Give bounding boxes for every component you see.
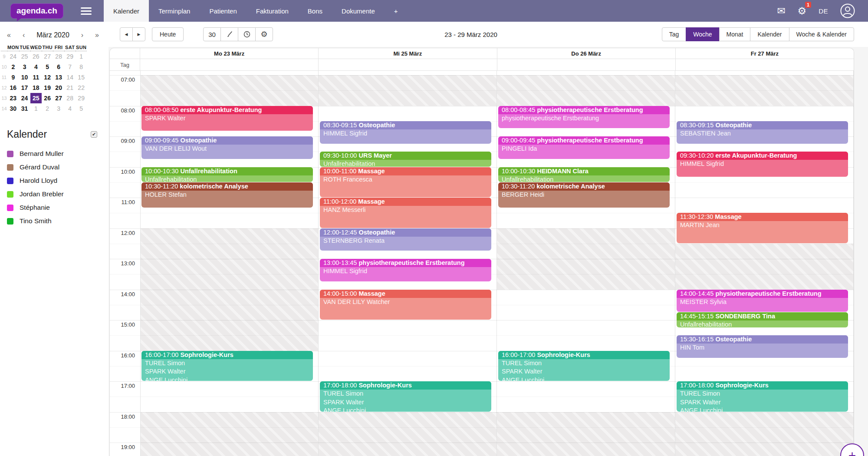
mini-cal-day[interactable]: 2 — [7, 62, 19, 72]
mini-cal-day[interactable]: 18 — [30, 83, 42, 93]
calendar-event[interactable]: 09:30-10:20 erste Akupunktur-BeratungHIM… — [677, 152, 848, 177]
previous-week-button[interactable]: ◀ — [120, 27, 133, 41]
hamburger-menu-icon[interactable] — [81, 6, 92, 17]
calendar-event[interactable]: 14:45-15:15 SONDENBERG TinaUnfallrehabil… — [677, 312, 848, 327]
mini-cal-day[interactable]: 28 — [53, 51, 64, 62]
calendar-event[interactable]: 12:00-12:45 OsteopathieSTERNBERG Renata — [320, 228, 491, 251]
mini-cal-day[interactable]: 23 — [7, 93, 19, 103]
mini-cal-dow-fri[interactable]: FRI — [53, 43, 64, 51]
column-header-fr-27-märz[interactable]: Fr 27 März — [676, 48, 854, 59]
mini-cal-day[interactable]: 13 — [53, 72, 64, 83]
mini-cal-day[interactable]: 19 — [42, 83, 53, 93]
calendar-event[interactable]: 10:00-10:30 HEIDMANN ClaraUnfallrehabili… — [498, 167, 670, 182]
tab-bons[interactable]: Bons — [298, 0, 332, 22]
mini-cal-day[interactable]: 6 — [53, 62, 64, 72]
mini-cal-next-button[interactable]: › — [81, 31, 83, 39]
mini-cal-day[interactable]: 21 — [64, 83, 76, 93]
view-button-woche-kalender[interactable]: Woche & Kalender — [789, 27, 854, 41]
mini-cal-dow-thu[interactable]: THU — [42, 43, 53, 51]
calendar-event[interactable]: 08:30-09:15 OsteopathieSEBASTIEN Jean — [677, 121, 848, 144]
mini-cal-day[interactable]: 12 — [42, 72, 53, 83]
mini-cal-day[interactable]: 29 — [76, 93, 87, 103]
calendar-legend-item-harold-lloyd[interactable]: Harold Lloyd — [7, 174, 108, 188]
calendar-event[interactable]: 17:00-18:00 Sophrologie-KursTUREL SimonS… — [320, 381, 491, 412]
calendar-event[interactable]: 14:00-15:00 MassageVAN DER LILY Watcher — [320, 290, 491, 320]
mini-cal-day[interactable]: 1 — [76, 51, 87, 62]
mini-cal-day[interactable]: 26 — [30, 51, 42, 62]
calendar-event[interactable]: 16:00-17:00 Sophrologie-KursTUREL SimonS… — [498, 351, 670, 381]
column-header-mo-23-märz[interactable]: Mo 23 März — [140, 48, 319, 59]
mini-cal-day[interactable]: 8 — [76, 62, 87, 72]
mini-cal-day[interactable]: 9 — [7, 72, 19, 83]
mini-cal-day[interactable]: 14 — [64, 72, 76, 83]
view-button-monat[interactable]: Monat — [719, 27, 751, 41]
mini-cal-dow-sat[interactable]: SAT — [64, 43, 76, 51]
day-column-do-26-märz[interactable] — [497, 71, 675, 456]
tab-fakturation[interactable]: Fakturation — [247, 0, 298, 22]
mini-cal-day[interactable]: 2 — [42, 103, 53, 114]
tab-terminplan[interactable]: Terminplan — [149, 0, 200, 22]
calendar-event[interactable]: 14:00-14:45 physiotherapeutische Erstber… — [677, 290, 848, 312]
today-button[interactable]: Heute — [152, 27, 184, 41]
calendar-list-checkbox[interactable]: ✔ — [91, 131, 97, 138]
settings-gear-icon[interactable]: ⚙1 — [798, 5, 807, 17]
calendar-event[interactable]: 08:00-08:50 erste Akupunktur-BeratungSPA… — [141, 106, 313, 131]
tab-plus[interactable]: + — [385, 0, 408, 22]
calendar-event[interactable]: 16:00-17:00 Sophrologie-KursTUREL SimonS… — [141, 351, 313, 381]
mini-cal-day[interactable]: 27 — [42, 51, 53, 62]
mini-cal-day[interactable]: 26 — [42, 93, 53, 103]
mini-cal-prev-button[interactable]: ‹ — [23, 31, 25, 39]
calendar-event[interactable]: 09:30-10:00 URS MayerUnfallrehabilitatio… — [320, 152, 491, 166]
language-selector[interactable]: DE — [819, 7, 828, 15]
calendar-legend-item-gérard-duval[interactable]: Gérard Duval — [7, 161, 108, 174]
mini-cal-day[interactable]: 20 — [53, 83, 64, 93]
mini-cal-day[interactable]: 16 — [7, 83, 19, 93]
mini-cal-day[interactable]: 22 — [76, 83, 87, 93]
all-day-cell[interactable] — [497, 59, 676, 70]
tab-patienten[interactable]: Patienten — [200, 0, 246, 22]
mini-cal-day[interactable]: 25 — [19, 51, 30, 62]
user-avatar-icon[interactable] — [840, 3, 855, 18]
column-header-do-26-märz[interactable]: Do 26 März — [497, 48, 676, 59]
calendar-event[interactable]: 08:30-09:15 OsteopathieHIMMEL Sigfrid — [320, 121, 491, 144]
mini-cal-dow-wed[interactable]: WED — [30, 43, 42, 51]
mini-cal-day[interactable]: 15 — [76, 72, 87, 83]
mini-cal-day-selected[interactable]: 25 — [30, 93, 42, 103]
mini-cal-day[interactable]: 24 — [7, 51, 19, 62]
view-button-tag[interactable]: Tag — [662, 27, 687, 41]
mini-cal-dow-tue[interactable]: TUE — [19, 43, 30, 51]
settings-tool-button[interactable]: ⚙ — [255, 27, 273, 41]
calendar-legend-item-tino-smith[interactable]: Tino Smith — [7, 215, 108, 228]
calendar-event[interactable]: 10:00-10:30 UnfallrehabilitationUnfallre… — [141, 167, 313, 182]
calendar-event[interactable]: 10:00-11:00 MassageROTH Francesca — [320, 167, 491, 198]
view-button-kalender[interactable]: Kalender — [750, 27, 789, 41]
mini-cal-day[interactable]: 30 — [7, 103, 19, 114]
column-header-mi-25-märz[interactable]: Mi 25 März — [319, 48, 497, 59]
mini-cal-dow-sun[interactable]: SUN — [76, 43, 87, 51]
calendar-event[interactable]: 11:30-12:30 MassageMARTIN Jean — [677, 213, 848, 243]
calendar-event[interactable]: 10:30-11:20 kolometrische AnalyseBERGER … — [498, 182, 670, 208]
calendar-event[interactable]: 15:30-16:15 OsteopathieHIN Tom — [677, 335, 848, 358]
mini-cal-day[interactable]: 7 — [64, 62, 76, 72]
calendar-event[interactable]: 10:30-11:20 kolometrische AnalyseHOLER S… — [141, 182, 313, 208]
mini-cal-day[interactable]: 27 — [53, 93, 64, 103]
calendar-event[interactable]: 13:00-13:45 physiotherapeutische Erstber… — [320, 259, 491, 281]
calendar-event[interactable]: 11:00-12:00 MassageHANZ Messerli — [320, 198, 491, 228]
all-day-cell[interactable] — [319, 59, 497, 70]
mini-cal-day[interactable]: 11 — [30, 72, 42, 83]
mini-cal-day[interactable]: 5 — [76, 103, 87, 114]
mini-cal-day[interactable]: 1 — [30, 103, 42, 114]
mini-cal-day[interactable]: 17 — [19, 83, 30, 93]
mini-cal-day[interactable]: 3 — [19, 62, 30, 72]
view-button-woche[interactable]: Woche — [686, 27, 719, 41]
mini-cal-day[interactable]: 10 — [19, 72, 30, 83]
calendar-event[interactable]: 09:00-09:45 physiotherapeutische Erstber… — [498, 136, 670, 159]
all-day-cell[interactable] — [140, 59, 319, 70]
all-day-cell[interactable] — [676, 59, 854, 70]
mini-cal-dow-mon[interactable]: MON — [7, 43, 19, 51]
app-logo[interactable]: agenda.ch — [10, 3, 63, 19]
calendar-event[interactable]: 17:00-18:00 Sophrologie-KursTUREL SimonS… — [677, 381, 848, 412]
mini-cal-last-button[interactable]: » — [95, 31, 99, 39]
mini-cal-day[interactable]: 31 — [19, 103, 30, 114]
calendar-legend-item-bernard-muller[interactable]: Bernard Muller — [7, 147, 108, 161]
